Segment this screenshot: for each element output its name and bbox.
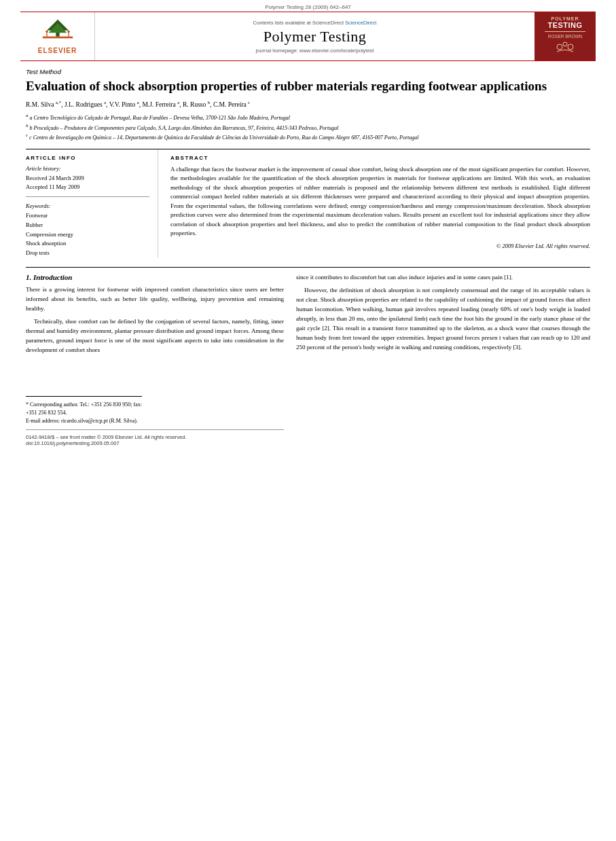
journal-title: Polymer Testing bbox=[264, 28, 367, 46]
svg-point-6 bbox=[67, 31, 70, 33]
abstract-copyright: © 2009 Elsevier Ltd. All rights reserved… bbox=[170, 243, 590, 249]
abstract-column: ABSTRACT A challenge that faces the foot… bbox=[170, 149, 590, 257]
main-content: Test Method Evaluation of shock absorpti… bbox=[0, 61, 616, 453]
keywords-label: Keywords: bbox=[26, 202, 149, 209]
keyword-drop: Drop tests bbox=[26, 249, 149, 258]
intro-title: 1. Introduction bbox=[26, 273, 284, 281]
abstract-text: A challenge that faces the footwear mark… bbox=[170, 165, 590, 238]
body-two-col: 1. Introduction There is a growing inter… bbox=[26, 273, 590, 446]
journal-homepage: journal homepage: www.elsevier.com/locat… bbox=[256, 48, 374, 54]
article-info-column: ARTICLE INFO Article history: Received 2… bbox=[26, 149, 158, 257]
keyword-compression: Compression energy bbox=[26, 230, 149, 240]
footnote-area: * Corresponding author. Tel.: +351 256 8… bbox=[26, 396, 284, 446]
journal-citation: Polymer Testing 28 (2009) 642–647 bbox=[0, 0, 616, 12]
body-section: 1. Introduction There is a growing inter… bbox=[26, 267, 590, 446]
svg-point-10 bbox=[568, 44, 573, 50]
abstract-header: ABSTRACT bbox=[170, 155, 590, 161]
svg-point-8 bbox=[557, 44, 562, 50]
page-footer-text: 0142-9418/$ – see front matter © 2009 El… bbox=[26, 434, 284, 446]
affiliation-a: a a Centro Tecnológico do Calçado de Por… bbox=[26, 112, 590, 122]
intro-left-text: There is a growing interest for footwear… bbox=[26, 285, 284, 355]
article-type: Test Method bbox=[26, 68, 590, 75]
footnote-block: * Corresponding author. Tel.: +351 256 8… bbox=[26, 396, 142, 425]
intro-right-text: since it contributes to discomfort but c… bbox=[296, 273, 590, 353]
intro-right-para-1: since it contributes to discomfort but c… bbox=[296, 273, 590, 283]
keyword-rubber: Rubber bbox=[26, 221, 149, 230]
svg-point-9 bbox=[563, 42, 567, 46]
accepted-date: Accepted 11 May 2009 bbox=[26, 183, 149, 192]
polymer-testing-badge: POLYMER TESTING ROGER BROWN bbox=[535, 12, 596, 60]
footnote-divider bbox=[26, 429, 284, 430]
badge-main-text: TESTING bbox=[547, 21, 582, 29]
authors-line: R.M. Silva a,*, J.L. Rodrigues a, V.V. P… bbox=[26, 100, 590, 108]
article-title: Evaluation of shock absorption propertie… bbox=[26, 78, 590, 94]
body-right-col: since it contributes to discomfort but c… bbox=[296, 273, 590, 446]
elsevier-logo: ELSEVIER bbox=[20, 12, 95, 60]
sciencedirect-link[interactable]: ScienceDirect bbox=[345, 20, 376, 26]
elsevier-tree-icon bbox=[37, 18, 78, 46]
badge-separator bbox=[545, 31, 585, 32]
intro-right-para-2: However, the definition of shock absorpt… bbox=[296, 286, 590, 353]
elsevier-brand-text: ELSEVIER bbox=[38, 47, 77, 54]
svg-point-4 bbox=[46, 31, 48, 33]
history-label: Article history: bbox=[26, 165, 149, 172]
doi-line: doi:10.1016/j.polymertesting.2009.05.007 bbox=[26, 440, 284, 446]
email-note: E-mail address: ricardo.silva@ctcp.pt (R… bbox=[26, 417, 142, 425]
affiliations: a a Centro Tecnológico do Calçado de Por… bbox=[26, 112, 590, 142]
info-divider bbox=[26, 196, 149, 197]
sciencedirect-line: Contents lists available at ScienceDirec… bbox=[253, 20, 377, 26]
body-left-col: 1. Introduction There is a growing inter… bbox=[26, 273, 284, 446]
journal-header: ELSEVIER Contents lists available at Sci… bbox=[20, 12, 596, 61]
intro-para-1: There is a growing interest for footwear… bbox=[26, 285, 284, 314]
intro-para-2: Technically, shoe comfort can be defined… bbox=[26, 317, 284, 355]
received-date: Received 24 March 2009 bbox=[26, 174, 149, 183]
affiliation-c: c c Centro de Investigação em Química – … bbox=[26, 132, 590, 142]
affiliation-b: b b Procalçado – Produtora de Componente… bbox=[26, 122, 590, 132]
corresponding-author-note: * Corresponding author. Tel.: +351 256 8… bbox=[26, 401, 142, 417]
page-wrapper: Polymer Testing 28 (2009) 642–647 bbox=[0, 0, 616, 841]
issn-line: 0142-9418/$ – see front matter © 2009 El… bbox=[26, 434, 284, 440]
svg-rect-0 bbox=[42, 37, 72, 39]
article-info-abstract-section: ARTICLE INFO Article history: Received 2… bbox=[26, 149, 590, 257]
keyword-shock: Shock absorption bbox=[26, 239, 149, 249]
journal-center: Contents lists available at ScienceDirec… bbox=[95, 12, 535, 60]
journal-citation-text: Polymer Testing 28 (2009) 642–647 bbox=[265, 4, 351, 10]
badge-top-text: POLYMER bbox=[551, 16, 579, 21]
badge-bottom-text: ROGER BROWN bbox=[548, 34, 583, 39]
badge-logo-icon bbox=[553, 41, 577, 56]
keyword-footwear: Footwear bbox=[26, 211, 149, 221]
article-info-header: ARTICLE INFO bbox=[26, 155, 149, 161]
